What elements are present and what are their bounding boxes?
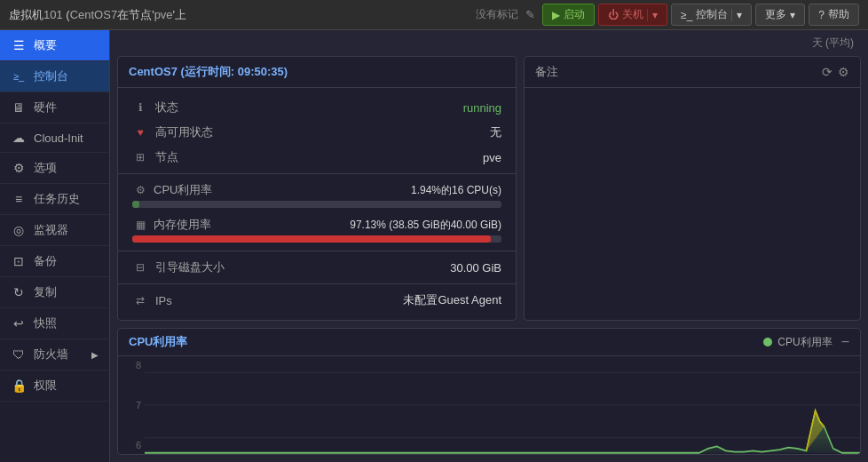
list-icon: ≡ [11, 192, 27, 206]
sidebar-label-replicate: 复制 [34, 284, 57, 300]
day-avg-label: 天 (平均) [110, 30, 868, 56]
ha-value: 无 [490, 124, 501, 140]
chart-header: CPU利用率 CPU利用率 − [118, 329, 860, 356]
sidebar-item-console[interactable]: ≥_ 控制台 [0, 61, 109, 92]
sidebar-label-firewall: 防火墙 [34, 346, 68, 362]
ips-row: ⇄ IPs 未配置Guest Agent [118, 288, 516, 313]
sidebar-label-snapshot: 快照 [34, 315, 57, 331]
firewall-arrow-icon: ▶ [91, 350, 99, 360]
svg-marker-3 [145, 410, 860, 453]
mem-row: ▦ 内存使用率 97.13% (38.85 GiB的40.00 GiB) [118, 212, 516, 247]
cpu-progress-bg [132, 201, 501, 208]
cpu-row: ⚙ CPU利用率 1.94%的16 CPU(s) [118, 178, 516, 212]
lock-icon: 🔒 [11, 378, 27, 393]
mem-progress-fill [132, 235, 491, 243]
y-label-6: 6 [118, 440, 141, 450]
mem-value: 97.13% (38.85 GiB的40.00 GiB) [350, 218, 501, 233]
sidebar-item-monitor[interactable]: ◎ 监视器 [0, 215, 109, 246]
notes-refresh-icon[interactable]: ⟳ [822, 65, 832, 79]
console-dropdown-icon[interactable]: ▾ [731, 9, 742, 21]
ips-label: IPs [155, 294, 244, 307]
cpu-left: ⚙ CPU利用率 [132, 182, 212, 198]
mem-icon: ▦ [132, 219, 148, 231]
edit-icon[interactable]: ✎ [525, 8, 535, 21]
vm-title: 虚拟机101 (CentOS7在节点'pve'上 [9, 7, 469, 23]
play-icon: ▶ [552, 9, 560, 21]
sidebar-item-task-history[interactable]: ≡ 任务历史 [0, 184, 109, 215]
mem-label: 内存使用率 [154, 217, 211, 233]
sidebar-item-replicate[interactable]: ↻ 复制 [0, 277, 109, 308]
node-value: pve [483, 151, 501, 164]
ips-value: 未配置Guest Agent [403, 292, 501, 308]
topbar: 虚拟机101 (CentOS7在节点'pve'上 没有标记 ✎ ▶ 启动 ⏻ 关… [0, 0, 868, 30]
info-panel-body: ℹ 状态 running ♥ 高可用状态 无 ⊞ 节点 pve [118, 88, 516, 320]
overview-icon: ☰ [11, 38, 27, 52]
sidebar-item-firewall[interactable]: 🛡 防火墙 ▶ [0, 339, 109, 370]
question-icon: ? [818, 9, 825, 21]
ha-row: ♥ 高可用状态 无 [118, 120, 516, 145]
sidebar-item-hardware[interactable]: 🖥 硬件 [0, 92, 109, 123]
info-panel-title: CentOS7 (运行时间: 09:50:35) [118, 57, 516, 88]
sidebar-item-cloud-init[interactable]: ☁ Cloud-Init [0, 123, 109, 153]
topbar-actions: ▶ 启动 ⏻ 关机 ▾ ≥_ 控制台 ▾ 更多 ▾ ? 帮助 [542, 4, 859, 26]
monitor-icon: ◎ [11, 223, 27, 237]
sidebar-item-permissions[interactable]: 🔒 权限 [0, 370, 109, 402]
shield-icon: 🛡 [11, 347, 27, 362]
sidebar-label-options: 选项 [34, 160, 57, 176]
help-button[interactable]: ? 帮助 [809, 4, 859, 26]
backup-icon: ⊡ [11, 254, 27, 268]
notes-settings-icon[interactable]: ⚙ [838, 65, 849, 79]
shutdown-button[interactable]: ⏻ 关机 ▾ [598, 4, 667, 26]
heart-icon: ♥ [132, 126, 148, 139]
sidebar-item-overview[interactable]: ☰ 概要 [0, 30, 109, 61]
sidebar-label-task-history: 任务历史 [34, 191, 80, 207]
console-icon: ≥_ [681, 9, 692, 21]
sidebar-item-snapshot[interactable]: ↩ 快照 [0, 308, 109, 339]
sidebar-item-backup[interactable]: ⊡ 备份 [0, 246, 109, 277]
notes-icons: ⟳ ⚙ [822, 65, 849, 79]
no-tag-label: 没有标记 [476, 7, 518, 22]
disk-row: ⊟ 引导磁盘大小 30.00 GiB [118, 255, 516, 280]
snapshot-icon: ↩ [11, 316, 27, 331]
chart-legend: CPU利用率 [763, 335, 832, 350]
status-row: ℹ 状态 running [118, 95, 516, 120]
replicate-icon: ↻ [11, 285, 27, 299]
y-label-8: 8 [118, 360, 141, 370]
chart-svg [145, 356, 860, 454]
disk-label: 引导磁盘大小 [155, 259, 244, 275]
y-label-7: 7 [118, 400, 141, 410]
console-button[interactable]: ≥_ 控制台 ▾ [671, 4, 752, 26]
more-button[interactable]: 更多 ▾ [755, 4, 805, 26]
cloud-icon: ☁ [11, 131, 27, 145]
chart-body: 8 7 6 [118, 356, 860, 454]
start-button[interactable]: ▶ 启动 [542, 4, 595, 26]
content-area: 天 (平均) CentOS7 (运行时间: 09:50:35) ℹ 状态 run… [110, 30, 868, 462]
console-icon: ≥_ [11, 71, 27, 82]
node-row: ⊞ 节点 pve [118, 145, 516, 170]
chart-panel: CPU利用率 CPU利用率 − 8 7 6 [117, 328, 861, 455]
chart-yaxis: 8 7 6 [118, 356, 145, 454]
chart-title: CPU利用率 [129, 334, 187, 350]
chart-minus-button[interactable]: − [841, 334, 849, 350]
sidebar-label-permissions: 权限 [34, 378, 57, 394]
hardware-icon: 🖥 [11, 100, 27, 115]
notes-title: 备注 [535, 64, 558, 80]
cpu-icon: ⚙ [132, 184, 148, 196]
sidebar: ☰ 概要 ≥_ 控制台 🖥 硬件 ☁ Cloud-Init ⚙ 选项 ≡ 任务历… [0, 30, 110, 462]
node-label: 节点 [155, 149, 244, 165]
mem-progress-bg [132, 235, 501, 243]
notes-panel: 备注 ⟳ ⚙ [524, 56, 861, 321]
panels-row: CentOS7 (运行时间: 09:50:35) ℹ 状态 running ♥ … [110, 56, 868, 328]
cpu-label: CPU利用率 [154, 182, 212, 198]
sidebar-item-options[interactable]: ⚙ 选项 [0, 153, 109, 184]
disk-icon: ⊟ [132, 261, 148, 274]
disk-value: 30.00 GiB [450, 261, 501, 275]
info-panel: CentOS7 (运行时间: 09:50:35) ℹ 状态 running ♥ … [117, 56, 517, 321]
power-icon: ⏻ [608, 9, 619, 21]
cpu-progress-fill [132, 201, 139, 208]
node-icon: ⊞ [132, 151, 148, 163]
status-label: 状态 [155, 100, 244, 116]
sidebar-label-cloud-init: Cloud-Init [34, 131, 83, 145]
more-dropdown-icon[interactable]: ▾ [790, 9, 795, 21]
shutdown-dropdown-icon[interactable]: ▾ [647, 9, 658, 21]
